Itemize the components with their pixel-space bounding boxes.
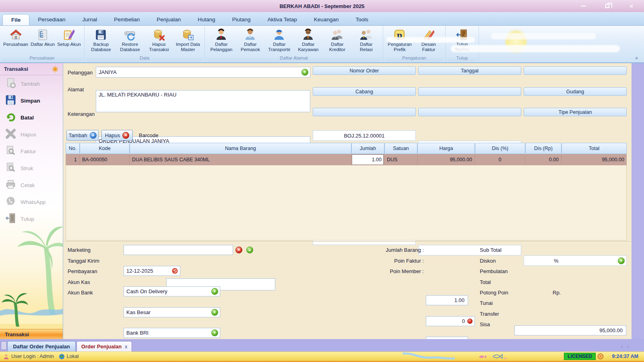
- hapus-transaksi-button[interactable]: Hapus Transaksi: [144, 27, 173, 52]
- import-data-master-button[interactable]: Import Data Master: [173, 27, 202, 52]
- daftar-kreditor-button[interactable]: Daftar Kreditor: [323, 27, 352, 52]
- close-button[interactable]: ✕: [626, 2, 637, 10]
- menu-tab-file[interactable]: File: [2, 14, 29, 25]
- restore-button[interactable]: [602, 2, 613, 10]
- table-row[interactable]: 1 BA-000050 DUA BELIBIS SAUS CABE 340ML …: [66, 154, 627, 165]
- jumlah-edit-cell[interactable]: 1.00: [352, 155, 383, 165]
- restore-database-button[interactable]: Restore Database: [116, 27, 144, 52]
- daftar-relasi-button[interactable]: Daftar Relasi: [352, 27, 381, 52]
- table-empty-area[interactable]: [66, 165, 627, 241]
- perusahaan-button[interactable]: Perusahaan: [2, 27, 29, 47]
- sidebar-item-tutup[interactable]: Tutup: [0, 210, 63, 227]
- col-satuan[interactable]: Satuan: [384, 143, 417, 154]
- tab-strip-handle[interactable]: [1, 341, 7, 350]
- nomor-order-value[interactable]: BOJ.25.12.00001: [313, 130, 416, 141]
- menu-tab-persediaan[interactable]: Persediaan: [29, 14, 74, 25]
- ribbon-group-data: Backup Database Restore Database Hapus T…: [85, 26, 205, 62]
- daftar-karyawan-button[interactable]: Daftar Karyawan: [294, 27, 323, 52]
- menu-tab-pembelian[interactable]: Pembelian: [105, 14, 148, 25]
- cloud-decoration: [451, 45, 620, 52]
- add-circle-icon: +: [90, 132, 97, 139]
- sidebar-item-faktur[interactable]: Faktur: [0, 143, 63, 160]
- hapus-row-button[interactable]: Hapus ✕: [101, 130, 133, 141]
- menu-tab-keuangan[interactable]: Keuangan: [305, 14, 347, 25]
- cell-nama[interactable]: DUA BELIBIS SAUS CABE 340ML: [130, 154, 351, 165]
- tab-order-penjualan[interactable]: Order Penjualan x: [76, 341, 132, 352]
- menu-tab-jurnal[interactable]: Jurnal: [74, 14, 106, 25]
- col-dis-rp[interactable]: Dis (Rp): [525, 143, 561, 154]
- tambah-row-button[interactable]: Tambah +: [66, 130, 99, 141]
- tab-daftar-order-penjualan[interactable]: Daftar Order Penjualan: [7, 341, 76, 352]
- potong-poin-label: Potong Poin: [480, 290, 508, 296]
- clock-icon: [597, 353, 604, 360]
- col-total[interactable]: Total: [561, 143, 627, 154]
- pelanggan-dropdown-icon[interactable]: ▼: [301, 69, 308, 76]
- sidebar-bottom-bar[interactable]: Transaksi: [0, 329, 63, 339]
- sidebar-item-struk[interactable]: Struk: [0, 160, 63, 177]
- tab-close-icon[interactable]: x: [125, 344, 127, 350]
- order-form-content: Pelanggan JANIYA ▼ Alamat JL. MELATI PEK…: [63, 63, 632, 339]
- cell-jumlah[interactable]: 1.00: [351, 154, 384, 165]
- tab-scroll-arrows[interactable]: ‹›: [621, 343, 633, 350]
- ribbon-group-pengaturan: p Pengaturan Prefik Desain Faktur Pengat…: [383, 26, 446, 62]
- marketing-clear-icon[interactable]: ✕: [235, 247, 242, 253]
- col-nama-barang[interactable]: Nama Barang: [130, 143, 351, 154]
- menu-tab-aktiva-tetap[interactable]: Aktiva Tetap: [259, 14, 305, 25]
- backup-database-button[interactable]: Backup Database: [87, 27, 116, 52]
- menu-tab-penjualan[interactable]: Penjualan: [148, 14, 189, 25]
- sub-total-field: 95,000.00: [514, 325, 626, 335]
- daftar-pelanggan-button[interactable]: Daftar Pelanggan: [207, 27, 236, 52]
- alamat-field[interactable]: JL. MELATI PEKANBARU - RIAU: [96, 90, 310, 112]
- menu-tab-hutang[interactable]: Hutang: [189, 14, 224, 25]
- sidebar-item-hapus[interactable]: Hapus: [0, 126, 63, 143]
- wave-fish-decoration: [402, 352, 507, 361]
- sidebar-item-batal[interactable]: Batal: [0, 109, 63, 126]
- cell-satuan[interactable]: DUS: [384, 154, 417, 165]
- alamat-label: Alamat: [68, 86, 84, 93]
- akun-bank-dropdown-icon[interactable]: ▼: [211, 329, 218, 336]
- restore-database-icon: [124, 28, 136, 41]
- col-harga[interactable]: Harga: [417, 143, 475, 154]
- col-jumlah[interactable]: Jumlah: [351, 143, 384, 154]
- cell-harga[interactable]: 95,000.00: [417, 154, 475, 165]
- sidebar-item-simpan[interactable]: Simpan: [0, 92, 63, 109]
- cell-dis-rp[interactable]: 0.00: [525, 154, 561, 165]
- sidebar-item-tambah[interactable]: Tambah: [0, 75, 63, 92]
- cell-no[interactable]: 1: [66, 154, 80, 165]
- col-dis-persen[interactable]: Dis (%): [475, 143, 525, 154]
- ribbon-collapse-icon[interactable]: «: [634, 57, 640, 60]
- poin-faktur-field[interactable]: 0: [426, 316, 475, 326]
- blank-header: [524, 66, 627, 75]
- col-kode[interactable]: Kode: [80, 143, 130, 154]
- pembayaran-field[interactable]: Cash On Delivery ▼: [124, 286, 220, 296]
- marketing-add-icon[interactable]: ▲: [246, 247, 253, 253]
- akun-kas-dropdown-icon[interactable]: ▼: [211, 309, 218, 316]
- cell-total[interactable]: 95,000.00: [561, 154, 627, 165]
- marketing-field[interactable]: [124, 245, 233, 255]
- akun-kas-field[interactable]: Kas Besar ▼: [124, 307, 220, 317]
- sidebar-item-cetak[interactable]: Cetak: [0, 177, 63, 193]
- sidebar-item-whatsapp[interactable]: WhatsApp: [0, 193, 63, 210]
- menu-tab-tools[interactable]: Tools: [347, 14, 377, 25]
- tanggal-kirim-field[interactable]: 12-12-2025: [124, 266, 180, 276]
- akun-bank-field[interactable]: Bank BRI ▼: [124, 328, 220, 338]
- poin-faktur-dot-icon[interactable]: [467, 319, 473, 324]
- daftar-akun-button[interactable]: Daftar Akun: [29, 27, 56, 47]
- cell-dis-persen[interactable]: 0: [475, 154, 525, 165]
- daftar-transportir-button[interactable]: Daftar Transportir: [265, 27, 294, 52]
- print-icon: [5, 179, 16, 191]
- pelanggan-field[interactable]: JANIYA ▼: [96, 67, 310, 78]
- sun-icon[interactable]: [52, 66, 59, 73]
- reset-ship-date-icon[interactable]: [172, 268, 178, 274]
- col-no[interactable]: No.: [66, 143, 80, 154]
- customer-icon: [215, 28, 227, 41]
- setup-akun-button[interactable]: Setup Akun: [56, 27, 82, 47]
- akun-kas-label: Akun Kas: [68, 279, 90, 285]
- minimize-button[interactable]: [578, 2, 588, 10]
- user-login-text: User Login : Admin: [11, 354, 54, 359]
- cell-kode[interactable]: BA-000050: [80, 154, 130, 165]
- blank-header-3: [313, 108, 416, 116]
- pembayaran-dropdown-icon[interactable]: ▼: [211, 288, 218, 295]
- menu-tab-piutang[interactable]: Piutang: [224, 14, 259, 25]
- daftar-pemasok-button[interactable]: Daftar Pemasok: [236, 27, 265, 52]
